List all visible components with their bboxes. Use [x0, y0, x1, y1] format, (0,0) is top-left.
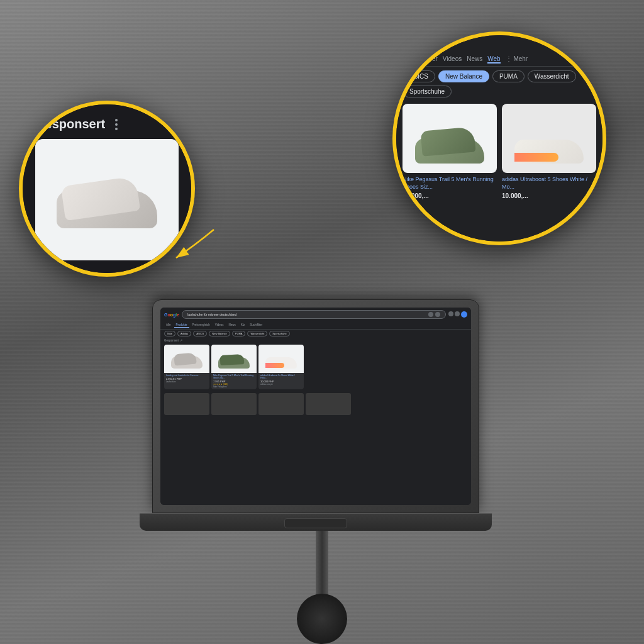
rc-products: Nike Pegasus Trail 5 Men's Running Shoes… [402, 104, 596, 199]
product-card-1[interactable]: Laufing und Laufschuhe Sommer 2.994,91 P… [164, 345, 209, 389]
product-title-3: adidas Ultraboost 5x Shoes White / Helio… [260, 374, 302, 379]
tab-kfz[interactable]: Kfz [239, 323, 247, 328]
trackpad[interactable] [284, 518, 347, 528]
stand-base [297, 594, 347, 644]
product-site-2: Nike Philippinen [213, 386, 255, 388]
product-image-1 [164, 345, 209, 373]
rc-shoe-green [412, 110, 487, 167]
dots-menu[interactable] [110, 118, 123, 131]
apps-icon[interactable] [455, 311, 460, 316]
product-card-2[interactable]: Nike Pegasus Trail 5 Men's Trail-Running… [211, 345, 257, 389]
rc-product-title-2: adidas Ultraboost 5 Shoes White / Mo... [502, 176, 596, 191]
settings-icon[interactable] [448, 311, 453, 316]
pill-sportschuhe[interactable]: Sportschuhe [269, 331, 289, 336]
magnify-circle-left: Gesponsert [19, 101, 195, 277]
tab-alle[interactable]: Alle [164, 323, 173, 328]
left-shoe-card[interactable] [35, 139, 179, 260]
magnify-circle-right: × Sites Bilder Videos News Web ⋮ Mehr AS… [392, 31, 606, 245]
rc-tab-videos[interactable]: Videos [443, 55, 462, 64]
rc-product-price-1: 10.000,... [402, 192, 497, 199]
tab-preisvergleich[interactable]: Preisvergleich [191, 323, 212, 328]
tab-produkte[interactable]: Produkte [174, 323, 189, 328]
sponsored-row: Gesponsert [35, 117, 179, 131]
google-logo: Google [164, 313, 179, 317]
pill-newbalance[interactable]: New Balance [209, 331, 230, 336]
shoe-image-green [215, 348, 253, 370]
laptop-bezel: Google laufschuhe für männer deutschland [152, 299, 479, 513]
rc-product-price-2: 10.000,... [502, 192, 596, 199]
product-card-3[interactable]: adidas Ultraboost 5x Shoes White / Helio… [258, 345, 304, 389]
product-image-3 [258, 345, 304, 373]
search-bar[interactable]: laufschuhe für männer deutschland [182, 310, 446, 319]
laptop: Google laufschuhe für männer deutschland [152, 299, 492, 531]
pill-nike[interactable]: Nike [164, 331, 175, 336]
more-products [160, 392, 471, 416]
product-image-2 [211, 345, 257, 373]
thumb-2[interactable] [211, 393, 257, 415]
pill-adidas[interactable]: Adidas [177, 331, 191, 336]
rc-pill-sportschuhe[interactable]: Sportschuhe [402, 86, 452, 97]
product-info-3: adidas Ultraboost 5x Shoes White / Helio… [258, 373, 304, 387]
rc-pill-puma[interactable]: PUMA [492, 70, 525, 82]
product-site-1: Laufschuhe [166, 380, 208, 383]
pill-puma[interactable]: PUMA [232, 331, 246, 336]
rc-product-title-1: Nike Pegasus Trail 5 Men's Running Shoes… [402, 176, 497, 191]
rc-product-2[interactable]: adidas Ultraboost 5 Shoes White / Mo... … [502, 104, 596, 199]
rc-tab-mehr[interactable]: ⋮ Mehr [506, 55, 528, 64]
left-circle-content: Gesponsert [23, 104, 191, 273]
right-circle-content: × Sites Bilder Videos News Web ⋮ Mehr AS… [396, 35, 602, 242]
search-tabs: Alle Produkte Preisvergleich Videos News… [160, 321, 471, 330]
rc-product-img-2 [502, 104, 596, 173]
product-info-1: Laufing und Laufschuhe Sommer 2.994,91 P… [164, 373, 209, 384]
rc-product-img-1 [402, 104, 497, 173]
shoe-image-white-pink [262, 348, 300, 370]
pill-wasserdicht[interactable]: Wasserdicht [247, 331, 267, 336]
shoe-laces [75, 191, 126, 209]
lace-3 [75, 201, 126, 203]
rc-pills: ASICS New Balance PUMA Wasserdicht Sport… [402, 70, 596, 97]
thumb-4[interactable] [306, 393, 351, 415]
left-shoe-visual [50, 169, 164, 231]
dot-1 [115, 119, 118, 121]
product-site-3: adidas.com.ph [260, 383, 302, 386]
sponsored-label: Gesponsert ↗ [160, 338, 471, 343]
account-icon[interactable] [461, 311, 467, 318]
pill-asics[interactable]: ASICS [193, 331, 207, 336]
rc-tabs: Sites Bilder Videos News Web ⋮ Mehr [402, 55, 596, 67]
product-title-1: Laufing und Laufschuhe Sommer [166, 374, 208, 377]
rc-product-1[interactable]: Nike Pegasus Trail 5 Men's Running Shoes… [402, 104, 497, 199]
rc-tab-news[interactable]: News [467, 55, 482, 64]
laptop-screen: Google laufschuhe für männer deutschland [160, 308, 471, 505]
lace-2 [75, 196, 126, 197]
search-icons [428, 312, 440, 317]
products-grid: Laufing und Laufschuhe Sommer 2.994,91 P… [160, 343, 471, 391]
rc-shoe-white [511, 110, 587, 167]
thumb-1[interactable] [164, 393, 209, 415]
arrow-left [170, 226, 220, 267]
google-search-ui: Google laufschuhe für männer deutschland [160, 308, 471, 505]
rc-pill-wasserdicht[interactable]: Wasserdicht [528, 70, 576, 82]
lace-1 [75, 191, 126, 192]
tab-suchtfilter[interactable]: Suchtfilter [248, 323, 264, 328]
product-title-2: Nike Pegasus Trail 5 Men's Trail-Running… [213, 374, 255, 379]
laptop-keyboard [140, 513, 492, 531]
thumb-3[interactable] [258, 393, 304, 415]
tab-news[interactable]: News [226, 323, 237, 328]
shoe-image-grey [168, 348, 206, 370]
clear-icon[interactable] [428, 312, 433, 317]
search-icon[interactable] [435, 312, 440, 317]
dot-3 [115, 128, 118, 130]
search-query-text: laufschuhe für männer deutschland [187, 313, 236, 316]
dot-2 [115, 123, 118, 126]
rc-pill-newbalance[interactable]: New Balance [438, 70, 489, 82]
rc-tab-web[interactable]: Web [487, 55, 500, 64]
google-header: Google laufschuhe für männer deutschland [160, 308, 471, 321]
settings-icons [448, 311, 467, 318]
product-info-2: Nike Pegasus Trail 5 Men's Trail-Running… [211, 373, 257, 389]
tab-videos[interactable]: Videos [213, 323, 226, 328]
filter-pills: Nike Adidas ASICS New Balance PUMA Wasse… [160, 330, 471, 338]
